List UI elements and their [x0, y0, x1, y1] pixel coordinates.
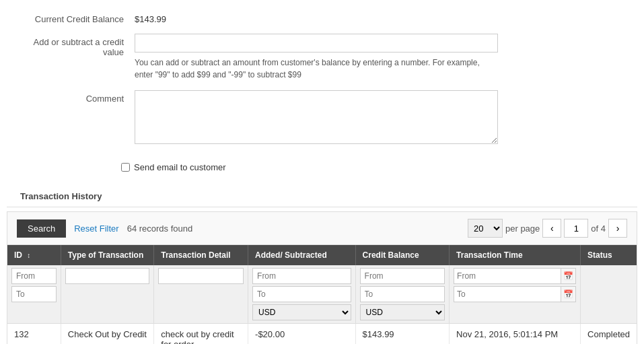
filter-balance-currency[interactable]: USD [360, 304, 445, 320]
filter-balance-to[interactable] [360, 286, 445, 302]
col-type: Type of Transaction [61, 245, 153, 265]
cell-added-subtracted: -$20.00 [248, 324, 356, 345]
next-page-button[interactable]: › [608, 219, 627, 238]
col-transaction-time: Transaction Time [450, 245, 581, 265]
col-id: ID ↕ [7, 245, 61, 265]
filter-id [7, 265, 61, 324]
filter-added-subtracted: USD [248, 265, 356, 324]
credit-balance-label: Current Credit Balance [13, 11, 135, 24]
transaction-history-title: Transaction History [7, 186, 637, 207]
col-added-subtracted: Added/ Subtracted [248, 245, 356, 265]
cell-credit-balance: $143.99 [355, 324, 450, 345]
filter-added-currency[interactable]: USD [252, 304, 351, 320]
transaction-table: ID ↕ Type of Transaction Transaction Det… [7, 245, 637, 344]
filter-time-to[interactable] [454, 286, 561, 302]
filter-time-from[interactable] [454, 268, 561, 284]
table-toolbar: Search Reset Filter 64 records found 20 … [7, 212, 637, 245]
table-row: 132 Check Out by Credit check out by cre… [7, 324, 637, 345]
add-credit-helper: You can add or subtract an amount from c… [135, 57, 498, 81]
sort-arrow-id: ↕ [27, 252, 30, 259]
reset-filter-button[interactable]: Reset Filter [74, 223, 118, 234]
comment-textarea[interactable] [135, 90, 498, 144]
filter-detail [154, 265, 248, 324]
cell-transaction-time: Nov 21, 2016, 5:01:14 PM [450, 324, 581, 345]
filter-id-to[interactable] [11, 286, 57, 302]
total-pages: of 4 [591, 223, 606, 234]
filter-detail-input[interactable] [158, 268, 244, 284]
credit-balance-value: $143.99 [135, 11, 631, 24]
per-page-select[interactable]: 20 50 100 [468, 219, 503, 238]
prev-page-button[interactable]: ‹ [542, 219, 561, 238]
filter-transaction-time: 📅 📅 [450, 265, 581, 324]
filter-balance-from[interactable] [360, 268, 445, 284]
cell-status: Completed [581, 324, 637, 345]
cell-id: 132 [7, 324, 61, 345]
filter-added-to[interactable] [252, 286, 351, 302]
transaction-history-section: Search Reset Filter 64 records found 20 … [7, 211, 637, 344]
search-button[interactable]: Search [17, 219, 66, 238]
filter-credit-balance: USD [355, 265, 450, 324]
filter-type [61, 265, 153, 324]
add-credit-input[interactable] [135, 34, 498, 53]
current-page-input[interactable] [564, 219, 588, 238]
cell-detail: check out by credit for order #000000062 [154, 324, 248, 345]
filter-status [581, 265, 637, 324]
filter-added-from[interactable] [252, 268, 351, 284]
add-credit-label: Add or subtract a credit value [13, 34, 135, 57]
col-detail: Transaction Detail [154, 245, 248, 265]
comment-label: Comment [13, 90, 135, 104]
send-email-label: Send email to customer [134, 162, 226, 172]
calendar-to-icon[interactable]: 📅 [561, 286, 576, 302]
col-credit-balance: Credit Balance [355, 245, 450, 265]
per-page-label: per page [505, 223, 540, 234]
col-status: Status [581, 245, 637, 265]
send-email-checkbox[interactable] [121, 163, 130, 172]
filter-type-input[interactable] [65, 268, 149, 284]
filter-id-from[interactable] [11, 268, 57, 284]
pagination: 20 50 100 per page ‹ of 4 › [468, 219, 627, 238]
table-header-row: ID ↕ Type of Transaction Transaction Det… [7, 245, 637, 265]
records-found: 64 records found [127, 223, 193, 234]
filter-row: USD USD 📅 [7, 265, 637, 324]
cell-type: Check Out by Credit [61, 324, 153, 345]
calendar-from-icon[interactable]: 📅 [561, 268, 576, 284]
